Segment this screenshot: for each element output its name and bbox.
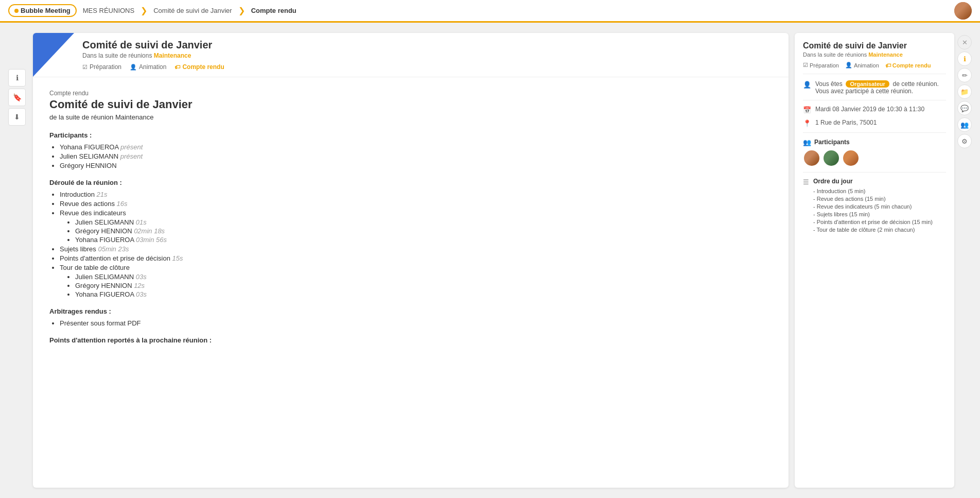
sidebar-info-btn[interactable]: ℹ: [8, 69, 26, 87]
list-item: Yohana FIGUEROA 03s: [75, 290, 772, 298]
nav-meeting-name[interactable]: Comité de suivi de Janvier: [153, 7, 232, 14]
header-subtitle-prefix: Dans la suite de réunions: [82, 52, 152, 59]
list-item: Points d'attention et prise de décision …: [60, 254, 772, 262]
top-navigation: Bubble Meeting MES RÉUNIONS ❯ Comité de …: [0, 0, 980, 23]
header-info: Comité de suivi de Janvier Dans la suite…: [74, 33, 789, 77]
list-item: Revue des actions 16s: [60, 200, 772, 208]
list-item: Julien SELIGMANN 03s: [75, 273, 772, 281]
list-item: Présenter sous format PDF: [60, 319, 772, 327]
location-text: 1 Rue de Paris, 75001: [815, 119, 877, 126]
right-tab-compte-rendu[interactable]: 🏷 Compte rendu: [885, 62, 931, 68]
right-tab-preparation[interactable]: ☑ Préparation: [803, 62, 839, 68]
user-avatar-top[interactable]: [954, 2, 972, 20]
people-icon: 👥: [960, 121, 969, 129]
nav-separator-1: ❯: [141, 6, 147, 15]
right-tabs: ☑ Préparation 👤 Animation 🏷 Compte rendu: [803, 62, 946, 74]
agenda-item-1: - Introduction (5 min): [813, 188, 933, 194]
list-item: Introduction 21s: [60, 191, 772, 198]
info-btn[interactable]: ℹ: [957, 51, 972, 66]
points-label: Points d'attention reportés à la prochai…: [49, 336, 772, 344]
deroulement-list: Introduction 21s Revue des actions 16s R…: [49, 191, 772, 298]
brand-logo[interactable]: Bubble Meeting: [8, 4, 77, 17]
agenda-item-3: - Revue des indicateurs (5 min chacun): [813, 203, 933, 210]
deroulement-label: Déroulé de la réunion :: [49, 179, 772, 186]
brand-dot: [14, 9, 19, 13]
avatar-seligmann: [822, 149, 840, 167]
main-title: Comité de suivi de Janvier: [49, 98, 772, 111]
participants-section-label: Participants: [814, 139, 850, 146]
list-item: Julien SELIGMANN 01s: [75, 218, 772, 226]
date-text: Mardi 08 Janvier 2019 de 10:30 à 11:30: [815, 106, 924, 113]
avatar-group: [803, 149, 946, 167]
nav-current-page: Compte rendu: [251, 7, 296, 14]
info-icon-right: ℹ: [964, 55, 966, 63]
header-subtitle-link[interactable]: Maintenance: [154, 52, 191, 59]
compte-rendu-icon: 🏷: [174, 64, 180, 70]
right-tab-animation[interactable]: 👤 Animation: [845, 62, 879, 68]
header-meeting-title: Comité de suivi de Janvier: [82, 39, 780, 51]
chat-btn[interactable]: 💬: [957, 101, 972, 115]
main-container: ℹ 🔖 ⬇ Comité de suivi de Janvier Dans la…: [0, 23, 980, 498]
right-subtitle-link[interactable]: Maintenance: [868, 51, 903, 58]
agenda-icon: ☰: [803, 178, 809, 186]
card-header: Comité de suivi de Janvier Dans la suite…: [33, 33, 789, 77]
list-item: Grégory HENNION 02min 18s: [75, 227, 772, 235]
close-icon: ✕: [962, 39, 968, 46]
tab-compte-rendu[interactable]: 🏷 Compte rendu: [174, 63, 224, 71]
person-icon: 👤: [803, 81, 811, 89]
center-card: Comité de suivi de Janvier Dans la suite…: [33, 33, 789, 488]
participants-label: Participants :: [49, 131, 772, 139]
far-right-actions: ✕ ℹ ✏ 📁 💬 👥 ⚙: [957, 33, 972, 488]
location-row: 📍 1 Rue de Paris, 75001: [803, 119, 946, 127]
sub-list: Julien SELIGMANN 01s Grégory HENNION 02m…: [60, 218, 772, 244]
arbitrages-label: Arbitrages rendus :: [49, 307, 772, 315]
tab-animation[interactable]: 👤 Animation: [130, 63, 166, 71]
right-compte-rendu-icon: 🏷: [885, 62, 891, 68]
brand-name: Bubble Meeting: [21, 7, 71, 14]
folder-btn[interactable]: 📁: [957, 84, 972, 99]
close-btn[interactable]: ✕: [957, 35, 972, 49]
divider-2: [803, 132, 946, 133]
list-item: Yohana FIGUEROA 03min 56s: [75, 236, 772, 244]
left-sidebar: ℹ 🔖 ⬇: [8, 69, 27, 488]
people-btn[interactable]: 👥: [957, 117, 972, 132]
ordre-du-jour-label: Ordre du jour: [813, 178, 933, 185]
participants-list: Yohana FIGUEROA présent Julien SELIGMANN…: [49, 143, 772, 169]
organizer-badge: Organisateur: [846, 80, 889, 88]
organizer-row: 👤 Vous êtes Organisateur de cette réunio…: [803, 80, 946, 95]
right-panel: Comité de suivi de Janvier Dans la suite…: [795, 33, 972, 488]
header-subtitle: Dans la suite de réunions Maintenance: [82, 52, 780, 59]
organizer-info: Vous êtes Organisateur de cette réunion.…: [815, 80, 939, 95]
preparation-icon: ☑: [82, 64, 87, 71]
nav-my-meetings[interactable]: MES RÉUNIONS: [83, 7, 134, 14]
calendar-icon: 📅: [803, 106, 811, 114]
list-item: Yohana FIGUEROA présent: [60, 143, 772, 151]
bookmark-icon: 🔖: [13, 93, 22, 101]
settings-btn[interactable]: ⚙: [957, 134, 972, 148]
right-card: Comité de suivi de Janvier Dans la suite…: [795, 33, 954, 488]
agenda-content: Ordre du jour - Introduction (5 min) - R…: [813, 178, 933, 234]
sidebar-export-btn[interactable]: ⬇: [8, 108, 26, 126]
header-triangle-decoration: [33, 33, 74, 77]
list-item: Grégory HENNION: [60, 162, 772, 169]
card-content: Compte rendu Comité de suivi de Janvier …: [33, 77, 789, 488]
agenda-item-2: - Revue des actions (15 min): [813, 196, 933, 202]
folder-icon: 📁: [960, 88, 969, 96]
sidebar-bookmark-btn[interactable]: 🔖: [8, 89, 26, 106]
edit-btn[interactable]: ✏: [957, 68, 972, 82]
date-row: 📅 Mardi 08 Janvier 2019 de 10:30 à 11:30: [803, 106, 946, 114]
right-title: Comité de suivi de Janvier: [803, 41, 946, 50]
right-preparation-icon: ☑: [803, 62, 808, 68]
tab-preparation[interactable]: ☑ Préparation: [82, 63, 121, 71]
avatar-hennion: [842, 149, 860, 167]
agenda-item-4: - Sujets libres (15 min): [813, 211, 933, 217]
header-tabs: ☑ Préparation 👤 Animation 🏷 Compte rendu: [82, 63, 780, 71]
list-item: Julien SELIGMANN présent: [60, 152, 772, 160]
sub-list: Julien SELIGMANN 03s Grégory HENNION 12s…: [60, 273, 772, 298]
agenda-item-5: - Points d'attention et prise de décisio…: [813, 219, 933, 225]
divider-1: [803, 100, 946, 100]
agenda-row: ☰ Ordre du jour - Introduction (5 min) -…: [803, 178, 946, 234]
chat-icon: 💬: [960, 105, 969, 112]
arbitrages-list: Présenter sous format PDF: [49, 319, 772, 327]
list-item: Revue des indicateurs Julien SELIGMANN 0…: [60, 209, 772, 244]
